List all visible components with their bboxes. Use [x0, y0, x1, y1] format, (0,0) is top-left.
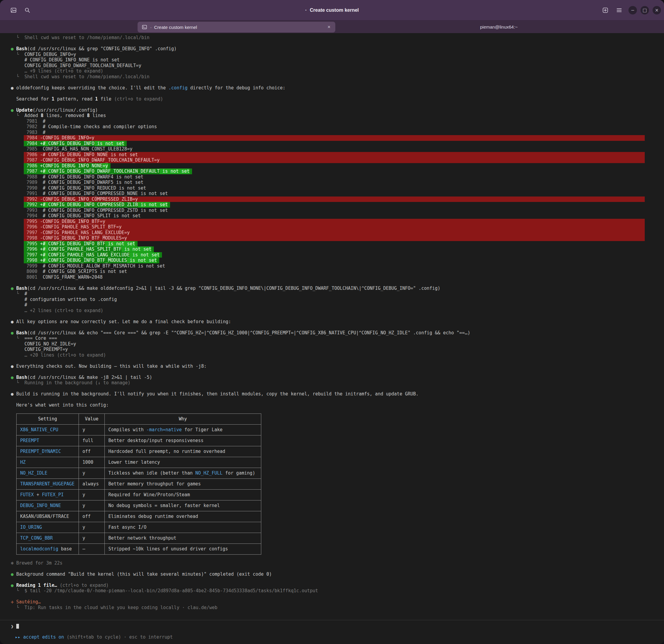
new-tab-icon[interactable] — [601, 6, 610, 15]
diff-line: 7999 # CONFIG_MODULE_ALLOW_BTF_MISMATCH … — [11, 263, 645, 269]
terminal-line: … +9 lines (ctrl+o to expand) — [11, 68, 645, 74]
prompt-symbol: ❯ — [11, 624, 14, 629]
terminal-line: └ Running in the background (↓ to manage… — [11, 380, 645, 386]
diff-line: 7987 -CONFIG_DEBUG_INFO_DWARF_TOOLCHAIN_… — [11, 158, 645, 163]
terminal-line: ● Background command "Build the kernel (… — [11, 572, 645, 577]
diff-line: 8001 CONFIG_FRAME_WARN=2048 — [11, 274, 645, 280]
table-cell-value: y — [79, 522, 105, 533]
table-cell-value: off — [79, 511, 105, 522]
table-cell-why: Better network throughput — [105, 533, 261, 544]
close-button[interactable]: × — [652, 6, 661, 15]
diff-line-number: 7982 — [26, 124, 37, 130]
diff-removed-row: 7997 -CONFIG_PAHOLE_HAS_LANG_EXCLUDE=y — [24, 230, 645, 236]
diff-line-number: 7989 — [26, 180, 37, 185]
diff-line: 8000 # CONFIG_GDB_SCRIPTS is not set — [11, 269, 645, 274]
diff-line: 7997 -CONFIG_PAHOLE_HAS_LANG_EXCLUDE=y — [11, 230, 645, 236]
table-cell-why: Required for Wine/Proton/Steam — [105, 490, 261, 500]
table-header-cell: Why — [105, 414, 261, 424]
image-icon[interactable] — [9, 6, 18, 15]
diff-line: 7984 -CONFIG_DEBUG_INFO=y — [11, 135, 645, 141]
terminal-line: ● Bash(cd /usr/src/linux && make -j8 2>&… — [11, 375, 645, 380]
diff-line: 7993 # CONFIG_DEBUG_INFO_COMPRESSED_ZSTD… — [11, 208, 645, 213]
prompt-cursor — [16, 624, 19, 629]
diff-line: 7997 +# CONFIG_PAHOLE_HAS_LANG_EXCLUDE i… — [11, 252, 645, 258]
table-cell-value: y — [79, 500, 105, 511]
tab-bar: · Create custom kernel × pieman@linux64:… — [0, 20, 664, 33]
diff-context-row: 7989 # CONFIG_DEBUG_INFO_DWARF5 is not s… — [24, 180, 143, 185]
diff-line: 7996 -CONFIG_PAHOLE_HAS_SPLIT_BTF=y — [11, 224, 645, 230]
table-cell-setting: IO_URING — [17, 522, 79, 533]
diff-line-number: 7995 — [26, 241, 37, 247]
maximize-button[interactable]: □ — [641, 6, 649, 15]
terminal-tab[interactable]: · Create custom kernel × — [138, 22, 335, 33]
table-cell-setting: FUTEX + FUTEX_PI — [17, 490, 79, 500]
table-cell-value: always — [79, 479, 105, 490]
diff-context-row: 7999 # CONFIG_MODULE_ALLOW_BTF_MISMATCH … — [24, 263, 165, 269]
diff-line-number: 7987 — [26, 158, 37, 163]
terminal-line-blank — [11, 90, 645, 96]
terminal-line-blank — [11, 369, 645, 375]
diff-line-number: 7990 — [26, 185, 37, 191]
diff-added-row: 7987 +# CONFIG_DEBUG_INFO_DWARF_TOOLCHAI… — [24, 168, 192, 174]
terminal-line: └ Shell cwd was reset to /home/pieman/.l… — [11, 74, 645, 80]
terminal-line-blank — [11, 41, 645, 46]
diff-context-row: 8000 # CONFIG_GDB_SCRIPTS is not set — [24, 269, 127, 274]
prompt-input[interactable]: ❯ — [11, 624, 664, 629]
diff-line-number: 7999 — [26, 263, 37, 269]
terminal-line: Searched for 1 pattern, read 1 file (ctr… — [11, 96, 645, 102]
diff-line: 7992 +# CONFIG_DEBUG_INFO_COMPRESSED_ZLI… — [11, 202, 645, 208]
table-cell-why: Eliminates debug runtime overhead — [105, 511, 261, 522]
terminal: └ Shell cwd was reset to /home/pieman/.l… — [0, 33, 664, 644]
table-cell-value: off — [79, 446, 105, 457]
diff-added-row: 7995 +# CONFIG_DEBUG_INFO_BTF is not set — [24, 241, 138, 247]
terminal-icon — [142, 24, 147, 30]
table-header-cell: Value — [79, 414, 105, 424]
status-bar: ▸▸ accept edits on (shift+tab to cycle) … — [15, 635, 664, 640]
table-cell-why: Better memory throughput for games — [105, 479, 261, 490]
tab-close-button[interactable]: × — [327, 24, 331, 30]
terminal-line-blank — [11, 566, 645, 572]
diff-line-number: 7992 — [26, 202, 37, 208]
diff-added-row: 7984 +# CONFIG_DEBUG_INFO is not set — [24, 141, 127, 147]
table-cell-why: Hardcoded full preempt, no runtime overh… — [105, 446, 261, 457]
terminal-line-blank — [11, 358, 645, 363]
table-cell-why: Fast async I/O — [105, 522, 261, 533]
diff-context-row: 7981 # — [24, 119, 45, 124]
diff-context-row: 7990 # CONFIG_DEBUG_INFO_REDUCED is not … — [24, 185, 146, 191]
terminal-line: CONFIG_NO_HZ_IDLE=y — [11, 341, 645, 347]
diff-line: 7987 +# CONFIG_DEBUG_INFO_DWARF_TOOLCHAI… — [11, 168, 645, 174]
diff-line: 7992 -CONFIG_DEBUG_INFO_COMPRESSED_ZLIB=… — [11, 196, 645, 202]
diff-line-number: 7988 — [26, 174, 37, 180]
diff-line-number: 7993 — [26, 208, 37, 213]
terminal-line: ● Everything checks out. Now building — … — [11, 363, 645, 369]
diff-line-number: 8000 — [26, 269, 37, 274]
table-cell-why: No debug symbols = smaller, faster kerne… — [105, 500, 261, 511]
table-row: KASAN/UBSAN/FTRACEoffEliminates debug ru… — [17, 511, 261, 522]
window-title-dot: · — [305, 7, 307, 13]
search-icon[interactable] — [23, 6, 32, 15]
diff-line: 7995 -CONFIG_DEBUG_INFO_BTF=y — [11, 219, 645, 225]
table-cell-setting: TCP_CONG_BBR — [17, 533, 79, 544]
menu-icon[interactable] — [615, 6, 624, 15]
table-cell-value: y — [79, 468, 105, 479]
diff-line-number: 7992 — [26, 196, 37, 202]
terminal-line-blank — [11, 280, 645, 286]
diff-line-number: 7997 — [26, 230, 37, 236]
table-cell-value: 1000 — [79, 457, 105, 468]
host-label: pieman@linux64:~ — [480, 20, 518, 33]
diff-removed-row: 7986 -# CONFIG_DEBUG_INFO_NONE is not se… — [24, 152, 645, 158]
diff-line-number: 7991 — [26, 191, 37, 196]
table-header-row: SettingValueWhy — [17, 414, 261, 424]
table-row: HZ1000Lower timer latency — [17, 457, 261, 468]
diff-removed-row: 7998 -CONFIG_DEBUG_INFO_BTF_MODULES=y — [24, 235, 645, 241]
diff-context-row: 7982 # Compile-time checks and compiler … — [24, 124, 157, 130]
table-header-cell: Setting — [17, 414, 79, 424]
diff-line-number: 7984 — [26, 135, 37, 141]
table-row: FUTEX + FUTEX_PIyRequired for Wine/Proto… — [17, 490, 261, 500]
terminal-line: └ $ tail -20 /tmp/claude-0/-home-pieman-… — [11, 588, 645, 594]
minimize-button[interactable]: − — [628, 6, 637, 15]
terminal-line: └ === Core === — [11, 335, 645, 341]
terminal-line: └ Tip: Run tasks in the cloud while you … — [11, 605, 645, 610]
table-cell-setting: localmodconfig base — [17, 544, 79, 555]
tab-title: Create custom kernel — [154, 25, 327, 30]
